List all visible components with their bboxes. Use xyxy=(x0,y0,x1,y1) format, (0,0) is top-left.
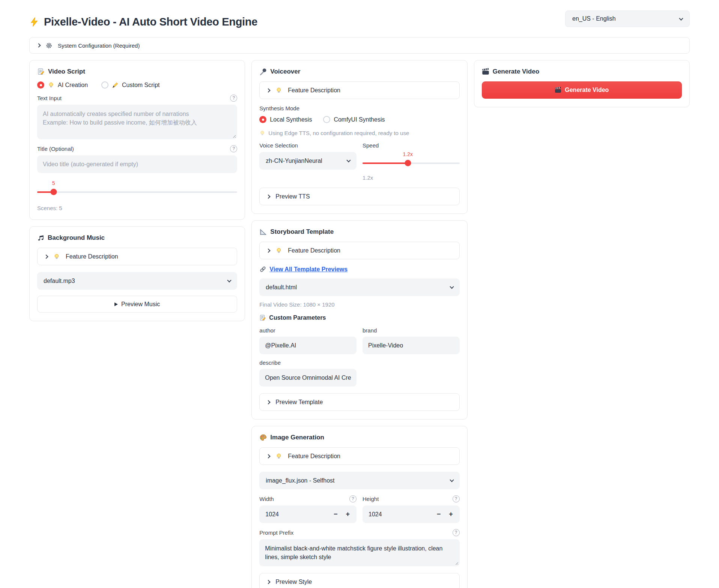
prompt-prefix-input[interactable]: Minimalist black-and-white matchstick fi… xyxy=(259,539,459,566)
voice-selection-block: Voice Selection zh-CN-YunjianNeural xyxy=(259,142,356,181)
preview-tts-accordion[interactable]: Preview TTS xyxy=(259,188,459,205)
custom-parameters-title: Custom Parameters xyxy=(259,314,459,321)
chevron-down-icon xyxy=(450,284,454,289)
image-workflow-dropdown[interactable]: image_flux.json - Selfhost xyxy=(259,472,459,489)
prompt-prefix-label-row: Prompt Prefix ? xyxy=(259,529,459,536)
template-file-dropdown[interactable]: default.html xyxy=(259,278,459,296)
speed-block: Speed 1.2x 1.2x xyxy=(363,142,460,181)
author-brand-row: author brand xyxy=(259,322,459,354)
height-label-row: Height ? xyxy=(363,495,460,502)
system-config-accordion[interactable]: System Configuration (Required) xyxy=(29,37,690,54)
height-plus-button[interactable]: + xyxy=(448,510,454,518)
chevron-down-icon xyxy=(450,478,454,482)
chevron-right-icon xyxy=(266,454,271,458)
storyboard-feature-description-accordion[interactable]: Feature Description xyxy=(259,242,459,259)
height-value[interactable]: 1024 xyxy=(369,511,429,518)
speed-slider-track[interactable] xyxy=(363,162,460,164)
help-icon[interactable]: ? xyxy=(230,95,237,102)
clapperboard-icon xyxy=(555,87,561,93)
speed-slider-value: 1.2x xyxy=(403,151,413,157)
chevron-right-icon xyxy=(266,248,271,253)
voiceover-feature-description-accordion[interactable]: Feature Description xyxy=(259,81,459,99)
preview-music-button[interactable]: Preview Music xyxy=(37,296,237,313)
width-minus-button[interactable]: − xyxy=(333,510,338,518)
voiceover-card: Voiceover Feature Description Synthesis … xyxy=(251,60,467,214)
height-minus-button[interactable]: − xyxy=(436,510,442,518)
radio-unselected-icon[interactable] xyxy=(101,81,108,89)
memo-icon xyxy=(259,314,266,321)
generate-video-title: Generate Video xyxy=(482,68,682,75)
help-icon[interactable]: ? xyxy=(230,145,237,152)
bulb-icon xyxy=(48,82,54,89)
radio-custom-script[interactable]: Custom Script xyxy=(101,81,159,89)
gear-icon xyxy=(45,42,53,49)
view-all-template-previews-link[interactable]: View All Template Previews xyxy=(269,266,347,273)
preview-style-accordion[interactable]: Preview Style xyxy=(259,573,459,588)
language-value: en_US - English xyxy=(572,15,616,22)
script-text-input[interactable] xyxy=(37,105,237,139)
prompt-prefix-label: Prompt Prefix xyxy=(259,529,293,536)
lightning-bolt-icon xyxy=(29,17,39,27)
chevron-right-icon xyxy=(44,254,48,259)
radio-selected-icon[interactable] xyxy=(259,116,266,123)
speed-label: Speed xyxy=(363,142,460,149)
brand-input[interactable] xyxy=(363,337,460,354)
music-file-dropdown[interactable]: default.mp3 xyxy=(37,272,237,290)
radio-unselected-icon[interactable] xyxy=(323,116,330,123)
help-icon[interactable]: ? xyxy=(453,495,460,502)
radio-ai-creation[interactable]: AI Creation xyxy=(37,81,88,89)
scenes-slider: 5 xyxy=(37,189,237,195)
page-title: Pixelle-Video - AI Auto Short Video Engi… xyxy=(29,16,257,28)
radio-selected-icon[interactable] xyxy=(37,81,44,89)
scenes-info: Scenes: 5 xyxy=(37,205,237,211)
describe-block: describe xyxy=(259,354,356,386)
radio-comfyui-synthesis[interactable]: ComfyUI Synthesis xyxy=(323,116,385,123)
final-video-size-info: Final Video Size: 1080 × 1920 xyxy=(259,301,459,308)
topbar: Pixelle-Video - AI Auto Short Video Engi… xyxy=(29,11,690,28)
voice-selection-label: Voice Selection xyxy=(259,142,356,149)
bulb-icon xyxy=(53,253,60,260)
app-title: Pixelle-Video - AI Auto Short Video Engi… xyxy=(44,16,257,28)
height-stepper: 1024 − + xyxy=(363,505,460,523)
music-note-icon xyxy=(37,235,44,242)
help-icon[interactable]: ? xyxy=(453,529,460,536)
palette-icon xyxy=(259,434,267,441)
image-workflow-value: image_flux.json - Selfhost xyxy=(266,477,334,484)
voice-value: zh-CN-YunjianNeural xyxy=(266,158,322,164)
width-label-row: Width ? xyxy=(259,495,356,502)
speed-slider-handle[interactable] xyxy=(405,160,411,166)
title-label-row: Title (Optional) ? xyxy=(37,145,237,152)
template-file-value: default.html xyxy=(266,284,297,291)
music-feature-description-accordion[interactable]: Feature Description xyxy=(37,248,237,265)
clapperboard-icon xyxy=(482,68,489,75)
chevron-down-icon xyxy=(346,158,350,162)
synthesis-mode-radio-group: Local Synthesis ComfyUI Synthesis xyxy=(259,116,459,123)
describe-input[interactable] xyxy=(259,369,356,386)
chevron-right-icon xyxy=(266,580,271,584)
scenes-slider-track[interactable] xyxy=(37,191,237,193)
scenes-slider-handle[interactable] xyxy=(50,189,57,195)
speed-current-value: 1.2x xyxy=(363,174,460,181)
title-label: Title (Optional) xyxy=(37,146,74,152)
pen-icon xyxy=(112,82,119,89)
help-icon[interactable]: ? xyxy=(349,495,356,502)
bulb-icon xyxy=(259,130,265,136)
width-value[interactable]: 1024 xyxy=(265,511,326,518)
generate-video-button[interactable]: Generate Video xyxy=(482,81,682,99)
image-feature-description-accordion[interactable]: Feature Description xyxy=(259,447,459,465)
scenes-slider-value: 5 xyxy=(52,180,55,186)
storyboard-template-card: Storyboard Template Feature Description … xyxy=(251,220,467,420)
video-title-input[interactable] xyxy=(37,155,237,173)
width-height-row: Width ? 1024 − + Height ? xyxy=(259,489,459,523)
background-music-card: Background Music Feature Description def… xyxy=(29,226,245,321)
radio-local-synthesis[interactable]: Local Synthesis xyxy=(259,116,312,123)
image-generation-title: Image Generation xyxy=(259,434,459,441)
width-plus-button[interactable]: + xyxy=(345,510,350,518)
speed-slider: 1.2x xyxy=(363,160,460,166)
preview-template-accordion[interactable]: Preview Template xyxy=(259,393,459,411)
voice-dropdown[interactable]: zh-CN-YunjianNeural xyxy=(259,152,356,170)
language-dropdown[interactable]: en_US - English xyxy=(565,11,690,27)
script-mode-radio-group: AI Creation Custom Script xyxy=(37,81,237,89)
triangle-ruler-icon xyxy=(259,228,267,236)
author-input[interactable] xyxy=(259,337,356,354)
